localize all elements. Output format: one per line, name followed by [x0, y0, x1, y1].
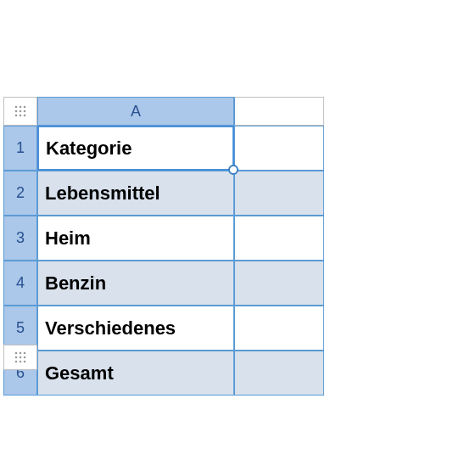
column-header-a[interactable]: A — [37, 97, 234, 126]
add-row-handle[interactable] — [3, 345, 37, 370]
svg-point-16 — [20, 361, 22, 363]
cell-a1[interactable]: Kategorie — [37, 126, 234, 171]
cell-a3[interactable]: Heim — [37, 216, 234, 261]
drag-grid-icon — [14, 105, 26, 117]
cell-text: Kategorie — [46, 138, 132, 160]
cell-b2[interactable] — [234, 171, 324, 216]
row-header-3[interactable]: 3 — [3, 216, 37, 261]
column-header-next[interactable] — [234, 97, 324, 126]
cell-a6[interactable]: Gesamt — [37, 351, 234, 396]
svg-point-14 — [24, 356, 26, 359]
svg-point-3 — [15, 110, 18, 113]
row-header-2[interactable]: 2 — [3, 171, 37, 216]
cell-text: Verschiedenes — [45, 317, 176, 340]
drag-grid-icon — [14, 351, 26, 363]
svg-point-1 — [20, 106, 22, 109]
cell-text: Benzin — [45, 272, 106, 295]
cell-text: Heim — [45, 227, 91, 250]
svg-point-9 — [15, 352, 18, 355]
svg-point-17 — [24, 361, 26, 363]
svg-point-6 — [15, 115, 18, 117]
row-header-1[interactable]: 1 — [3, 126, 37, 171]
row-header-4[interactable]: 4 — [3, 261, 37, 306]
svg-point-15 — [15, 361, 18, 363]
svg-point-5 — [24, 110, 26, 113]
svg-point-8 — [24, 115, 26, 117]
cell-a2[interactable]: Lebensmittel — [37, 171, 234, 216]
svg-point-11 — [24, 352, 26, 355]
svg-point-2 — [24, 106, 26, 109]
cell-b3[interactable] — [234, 216, 324, 261]
spreadsheet-grid: A 1 Kategorie 2 Lebensmittel 3 Heim 4 Be… — [3, 97, 324, 396]
cell-a4[interactable]: Benzin — [37, 261, 234, 306]
svg-point-13 — [20, 356, 22, 359]
cell-b4[interactable] — [234, 261, 324, 306]
svg-point-0 — [15, 106, 18, 109]
select-all-corner[interactable] — [3, 97, 37, 126]
selection-handle[interactable] — [228, 165, 238, 175]
svg-point-10 — [20, 352, 22, 355]
cell-text: Gesamt — [45, 362, 114, 384]
cell-b1[interactable] — [234, 126, 324, 171]
cell-text: Lebensmittel — [45, 182, 160, 205]
svg-point-12 — [15, 356, 18, 359]
cell-a5[interactable]: Verschiedenes — [37, 306, 234, 351]
cell-b6[interactable] — [234, 351, 324, 396]
cell-b5[interactable] — [234, 306, 324, 351]
svg-point-7 — [20, 115, 22, 117]
svg-point-4 — [20, 110, 22, 113]
